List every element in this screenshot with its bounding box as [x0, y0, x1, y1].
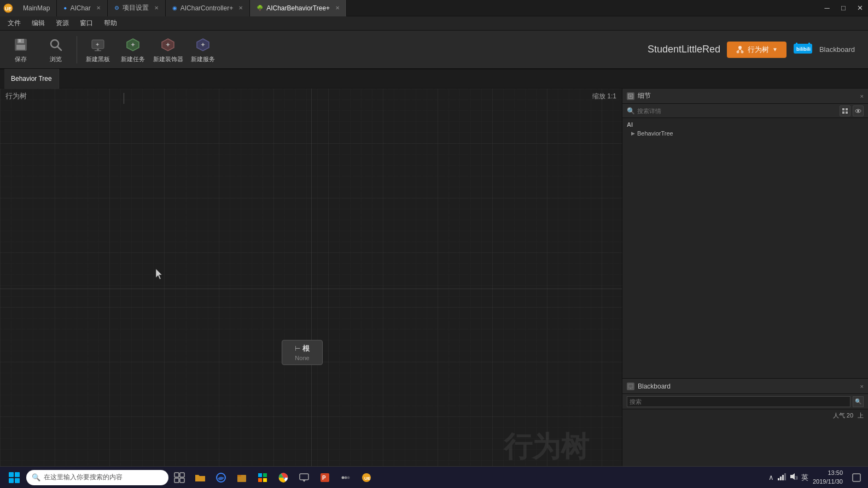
edge-browser-button[interactable]: [211, 468, 231, 487]
tab-aichar-close[interactable]: ✕: [96, 5, 101, 11]
svg-point-58: [347, 476, 350, 479]
details-title: 细节: [638, 91, 857, 101]
svg-rect-47: [263, 473, 267, 477]
tab-aicharbehaviortree-close[interactable]: ✕: [335, 5, 340, 11]
clock-time: 13:50: [813, 469, 843, 477]
bilibili-icon: bilibili: [793, 42, 813, 55]
svg-line-22: [740, 49, 742, 51]
right-panel: 细节 × 🔍: [622, 89, 868, 488]
new-decorator-label: 新建装饰器: [153, 56, 183, 63]
menu-window[interactable]: 窗口: [74, 16, 98, 31]
save-icon: [12, 36, 30, 54]
store-button[interactable]: [253, 468, 272, 487]
canvas-area[interactable]: 行为树 缩放 1:1 ⊢ 根 None 行为树: [0, 89, 622, 488]
tray-expand-icon[interactable]: ∧: [768, 473, 774, 481]
details-panel: 细节 × 🔍: [622, 89, 868, 379]
blackboard-close-button[interactable]: ×: [860, 383, 864, 390]
behavior-tree-tab[interactable]: Behavior Tree: [4, 69, 59, 89]
feedback-button[interactable]: [294, 468, 314, 487]
svg-text:✦: ✦: [95, 42, 100, 48]
volume-icon[interactable]: )))): [789, 472, 798, 483]
tab-settings-close[interactable]: ✕: [154, 5, 159, 11]
svg-text:UE: UE: [5, 6, 12, 11]
minimize-button[interactable]: ─: [819, 0, 835, 16]
taskbar-search-bar[interactable]: 🔍 在这里输入你要搜索的内容: [26, 470, 168, 485]
tab-aicharcontroller[interactable]: ◉ AICharController+ ✕: [166, 0, 250, 16]
svg-text:✦: ✦: [165, 41, 171, 49]
details-search-input[interactable]: [637, 108, 837, 114]
menu-file[interactable]: 文件: [2, 16, 26, 31]
task-view-button[interactable]: [170, 468, 189, 487]
svg-rect-9: [97, 49, 99, 50]
behavior-tree-icon: [736, 45, 744, 54]
details-panel-header: 细节 ×: [622, 89, 868, 104]
save-button[interactable]: 保存: [4, 33, 37, 66]
svg-rect-28: [628, 94, 633, 98]
svg-rect-46: [258, 473, 262, 477]
canvas-zoom: 缩放 1:1: [592, 92, 616, 101]
svg-point-18: [738, 46, 742, 49]
tab-aicharcontroller-close[interactable]: ✕: [238, 5, 243, 11]
maximize-button[interactable]: □: [835, 0, 852, 16]
network-icon[interactable]: [777, 472, 786, 483]
windows-logo: [9, 472, 20, 483]
menu-edit[interactable]: 编辑: [26, 16, 50, 31]
root-node[interactable]: ⊢ 根 None: [282, 340, 323, 365]
chrome-button[interactable]: [273, 468, 293, 487]
svg-text:bilibili: bilibili: [796, 46, 811, 52]
tree-item-behaviortree[interactable]: ▶ BehaviorTree: [622, 129, 868, 138]
details-close-button[interactable]: ×: [860, 93, 864, 99]
tab-settings[interactable]: ⚙ 项目设置 ✕: [108, 0, 166, 16]
close-button[interactable]: ✕: [852, 0, 868, 16]
language-indicator[interactable]: 英: [801, 473, 808, 483]
svg-rect-64: [784, 473, 786, 480]
taskbar-search-icon: 🔍: [32, 473, 40, 481]
svg-rect-32: [846, 108, 848, 110]
browse-button[interactable]: 浏览: [39, 33, 72, 66]
svg-rect-62: [780, 477, 782, 480]
start-button[interactable]: [3, 468, 25, 487]
popularity-stat: 人气 20: [833, 411, 853, 420]
eye-button[interactable]: [853, 105, 864, 116]
svg-rect-4: [16, 45, 25, 50]
file-explorer-button[interactable]: [190, 468, 210, 487]
svg-rect-10: [95, 50, 101, 51]
files-button[interactable]: [232, 468, 252, 487]
details-search-bar: 🔍: [622, 104, 868, 118]
tab-mainmap[interactable]: MainMap: [16, 0, 57, 16]
new-task-button[interactable]: ✦ 新建任务: [116, 33, 149, 66]
new-blackboard-button[interactable]: ✦ 新建黑板: [81, 33, 114, 66]
menu-bar: 文件 编辑 资源 窗口 帮助: [0, 16, 868, 31]
ue4-taskbar-button[interactable]: UE: [357, 468, 376, 487]
tree-item-label: BehaviorTree: [637, 130, 673, 137]
svg-rect-38: [630, 388, 631, 389]
tab-aicharbehaviortree[interactable]: 🌳 AICharBehaviorTree+ ✕: [250, 0, 347, 16]
menu-resources[interactable]: 资源: [50, 16, 74, 31]
grid-view-button[interactable]: [840, 105, 850, 116]
tab-aichar-label: AIChar: [70, 4, 90, 12]
new-decorator-button[interactable]: ✦ 新建装饰器: [152, 33, 184, 66]
tab-aichar[interactable]: ● AIChar ✕: [57, 0, 107, 16]
toolbar-separator-1: [77, 36, 77, 63]
chevron-down-icon: ▼: [772, 46, 778, 52]
blackboard-search-row: 🔍: [622, 394, 868, 409]
new-service-button[interactable]: ✦ 新建服务: [187, 33, 219, 66]
behavior-tree-button[interactable]: 行为树 ▼: [727, 42, 787, 58]
new-blackboard-label: 新建黑板: [86, 56, 110, 63]
main-content: 行为树 缩放 1:1 ⊢ 根 None 行为树: [0, 89, 868, 488]
blackboard-search-button[interactable]: 🔍: [853, 396, 864, 407]
svg-point-56: [342, 476, 345, 479]
bilibili-logo: bilibili: [793, 42, 813, 58]
browse-icon: [47, 36, 65, 54]
taskbar-clock[interactable]: 13:50 2019/11/30: [813, 469, 847, 486]
svg-rect-5: [19, 39, 21, 42]
menu-help[interactable]: 帮助: [98, 16, 123, 31]
notification-button[interactable]: [848, 468, 865, 487]
brand-username: StudentLittleRed: [648, 44, 720, 55]
blackboard-search-input[interactable]: [627, 396, 850, 407]
tab-settings-label: 项目设置: [123, 3, 149, 13]
apps-button[interactable]: [336, 468, 356, 487]
powerpoint-button[interactable]: P: [315, 468, 335, 487]
clock-date: 2019/11/30: [813, 478, 843, 486]
new-service-label: 新建服务: [191, 56, 215, 63]
